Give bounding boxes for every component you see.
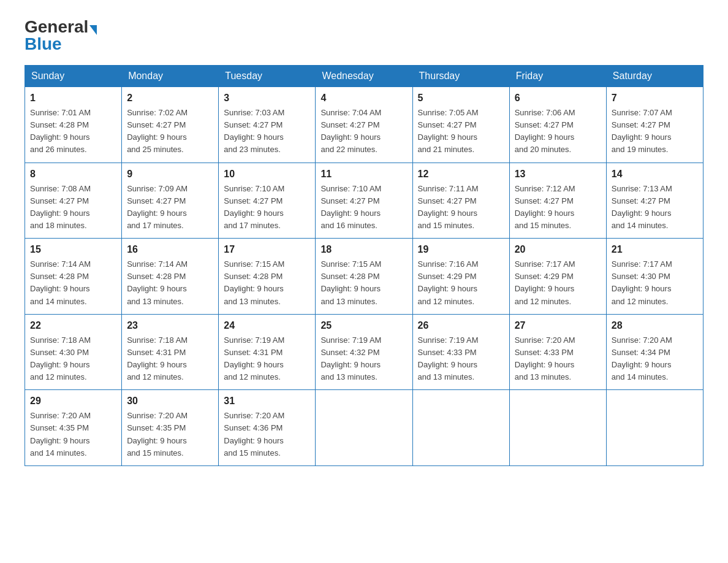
- day-number: 4: [320, 91, 407, 105]
- day-number: 16: [127, 242, 213, 257]
- day-number: 26: [418, 318, 504, 333]
- day-info: Sunrise: 7:18 AMSunset: 4:31 PMDaylight:…: [127, 334, 213, 384]
- day-number: 27: [515, 318, 601, 333]
- calendar-cell: 14Sunrise: 7:13 AMSunset: 4:27 PMDayligh…: [606, 163, 703, 239]
- weekday-header-row: SundayMondayTuesdayWednesdayThursdayFrid…: [25, 66, 703, 87]
- day-number: 8: [30, 167, 116, 182]
- day-number: 14: [612, 167, 698, 182]
- page-header: General Blue: [25, 18, 703, 53]
- calendar-cell: 10Sunrise: 7:10 AMSunset: 4:27 PMDayligh…: [219, 163, 316, 239]
- day-number: 18: [320, 242, 407, 257]
- calendar-cell: 7Sunrise: 7:07 AMSunset: 4:27 PMDaylight…: [606, 87, 703, 163]
- calendar-cell: [316, 390, 412, 466]
- day-info: Sunrise: 7:04 AMSunset: 4:27 PMDaylight:…: [320, 107, 407, 156]
- calendar-table: SundayMondayTuesdayWednesdayThursdayFrid…: [25, 65, 703, 466]
- day-info: Sunrise: 7:02 AMSunset: 4:27 PMDaylight:…: [127, 107, 213, 156]
- day-number: 31: [224, 394, 310, 408]
- calendar-cell: 12Sunrise: 7:11 AMSunset: 4:27 PMDayligh…: [412, 163, 509, 239]
- day-number: 15: [30, 242, 116, 257]
- calendar-cell: 15Sunrise: 7:14 AMSunset: 4:28 PMDayligh…: [25, 239, 122, 315]
- calendar-cell: [412, 390, 509, 466]
- calendar-cell: 5Sunrise: 7:05 AMSunset: 4:27 PMDaylight…: [412, 87, 509, 163]
- day-number: 30: [127, 394, 213, 408]
- day-info: Sunrise: 7:19 AMSunset: 4:33 PMDaylight:…: [418, 334, 504, 384]
- logo-triangle-icon: [89, 25, 97, 35]
- weekday-header-wednesday: Wednesday: [316, 66, 412, 87]
- calendar-cell: 23Sunrise: 7:18 AMSunset: 4:31 PMDayligh…: [122, 314, 219, 390]
- calendar-cell: 24Sunrise: 7:19 AMSunset: 4:31 PMDayligh…: [219, 314, 316, 390]
- calendar-cell: 31Sunrise: 7:20 AMSunset: 4:36 PMDayligh…: [219, 390, 316, 466]
- weekday-header-sunday: Sunday: [25, 66, 122, 87]
- day-number: 6: [515, 91, 601, 105]
- calendar-cell: 29Sunrise: 7:20 AMSunset: 4:35 PMDayligh…: [25, 390, 122, 466]
- day-info: Sunrise: 7:12 AMSunset: 4:27 PMDaylight:…: [515, 183, 601, 232]
- calendar-cell: 27Sunrise: 7:20 AMSunset: 4:33 PMDayligh…: [509, 314, 606, 390]
- calendar-cell: 17Sunrise: 7:15 AMSunset: 4:28 PMDayligh…: [219, 239, 316, 315]
- day-number: 25: [320, 318, 407, 333]
- day-number: 2: [127, 91, 213, 105]
- day-number: 28: [612, 318, 698, 333]
- weekday-header-saturday: Saturday: [606, 66, 703, 87]
- day-number: 23: [127, 318, 213, 333]
- calendar-cell: 16Sunrise: 7:14 AMSunset: 4:28 PMDayligh…: [122, 239, 219, 315]
- day-info: Sunrise: 7:14 AMSunset: 4:28 PMDaylight:…: [127, 258, 213, 308]
- weekday-header-monday: Monday: [122, 66, 219, 87]
- calendar-week-row: 8Sunrise: 7:08 AMSunset: 4:27 PMDaylight…: [25, 163, 703, 239]
- day-number: 20: [515, 242, 601, 257]
- calendar-cell: 2Sunrise: 7:02 AMSunset: 4:27 PMDaylight…: [122, 87, 219, 163]
- day-info: Sunrise: 7:17 AMSunset: 4:30 PMDaylight:…: [612, 258, 698, 308]
- day-info: Sunrise: 7:17 AMSunset: 4:29 PMDaylight:…: [515, 258, 601, 308]
- day-number: 12: [418, 167, 504, 182]
- day-info: Sunrise: 7:10 AMSunset: 4:27 PMDaylight:…: [224, 183, 310, 232]
- day-number: 24: [224, 318, 310, 333]
- calendar-cell: 9Sunrise: 7:09 AMSunset: 4:27 PMDaylight…: [122, 163, 219, 239]
- weekday-header-friday: Friday: [509, 66, 606, 87]
- calendar-cell: 30Sunrise: 7:20 AMSunset: 4:35 PMDayligh…: [122, 390, 219, 466]
- calendar-cell: [606, 390, 703, 466]
- calendar-cell: 11Sunrise: 7:10 AMSunset: 4:27 PMDayligh…: [316, 163, 412, 239]
- calendar-cell: 8Sunrise: 7:08 AMSunset: 4:27 PMDaylight…: [25, 163, 122, 239]
- day-number: 3: [224, 91, 310, 105]
- day-info: Sunrise: 7:16 AMSunset: 4:29 PMDaylight:…: [418, 258, 504, 308]
- day-info: Sunrise: 7:13 AMSunset: 4:27 PMDaylight:…: [612, 183, 698, 232]
- logo: General Blue: [25, 18, 97, 53]
- day-info: Sunrise: 7:18 AMSunset: 4:30 PMDaylight:…: [30, 334, 116, 384]
- day-info: Sunrise: 7:08 AMSunset: 4:27 PMDaylight:…: [30, 183, 116, 232]
- day-info: Sunrise: 7:05 AMSunset: 4:27 PMDaylight:…: [418, 107, 504, 156]
- day-info: Sunrise: 7:19 AMSunset: 4:32 PMDaylight:…: [320, 334, 407, 384]
- day-info: Sunrise: 7:11 AMSunset: 4:27 PMDaylight:…: [418, 183, 504, 232]
- day-number: 19: [418, 242, 504, 257]
- day-info: Sunrise: 7:09 AMSunset: 4:27 PMDaylight:…: [127, 183, 213, 232]
- day-info: Sunrise: 7:03 AMSunset: 4:27 PMDaylight:…: [224, 107, 310, 156]
- calendar-cell: 28Sunrise: 7:20 AMSunset: 4:34 PMDayligh…: [606, 314, 703, 390]
- calendar-week-row: 1Sunrise: 7:01 AMSunset: 4:28 PMDaylight…: [25, 87, 703, 163]
- calendar-week-row: 29Sunrise: 7:20 AMSunset: 4:35 PMDayligh…: [25, 390, 703, 466]
- calendar-cell: 25Sunrise: 7:19 AMSunset: 4:32 PMDayligh…: [316, 314, 412, 390]
- day-info: Sunrise: 7:15 AMSunset: 4:28 PMDaylight:…: [224, 258, 310, 308]
- day-number: 10: [224, 167, 310, 182]
- calendar-cell: 19Sunrise: 7:16 AMSunset: 4:29 PMDayligh…: [412, 239, 509, 315]
- day-info: Sunrise: 7:15 AMSunset: 4:28 PMDaylight:…: [320, 258, 407, 308]
- day-number: 7: [612, 91, 698, 105]
- day-number: 29: [30, 394, 116, 408]
- day-info: Sunrise: 7:06 AMSunset: 4:27 PMDaylight:…: [515, 107, 601, 156]
- calendar-cell: 26Sunrise: 7:19 AMSunset: 4:33 PMDayligh…: [412, 314, 509, 390]
- day-info: Sunrise: 7:10 AMSunset: 4:27 PMDaylight:…: [320, 183, 407, 232]
- calendar-cell: 1Sunrise: 7:01 AMSunset: 4:28 PMDaylight…: [25, 87, 122, 163]
- logo-general-text: General: [25, 17, 88, 36]
- day-number: 1: [30, 91, 116, 105]
- calendar-cell: 21Sunrise: 7:17 AMSunset: 4:30 PMDayligh…: [606, 239, 703, 315]
- day-info: Sunrise: 7:20 AMSunset: 4:34 PMDaylight:…: [612, 334, 698, 384]
- calendar-cell: 22Sunrise: 7:18 AMSunset: 4:30 PMDayligh…: [25, 314, 122, 390]
- day-number: 5: [418, 91, 504, 105]
- day-number: 17: [224, 242, 310, 257]
- calendar-cell: 18Sunrise: 7:15 AMSunset: 4:28 PMDayligh…: [316, 239, 412, 315]
- day-info: Sunrise: 7:19 AMSunset: 4:31 PMDaylight:…: [224, 334, 310, 384]
- weekday-header-tuesday: Tuesday: [219, 66, 316, 87]
- day-info: Sunrise: 7:20 AMSunset: 4:33 PMDaylight:…: [515, 334, 601, 384]
- logo-blue-text: Blue: [25, 34, 62, 53]
- day-info: Sunrise: 7:14 AMSunset: 4:28 PMDaylight:…: [30, 258, 116, 308]
- calendar-week-row: 22Sunrise: 7:18 AMSunset: 4:30 PMDayligh…: [25, 314, 703, 390]
- calendar-cell: [509, 390, 606, 466]
- day-number: 9: [127, 167, 213, 182]
